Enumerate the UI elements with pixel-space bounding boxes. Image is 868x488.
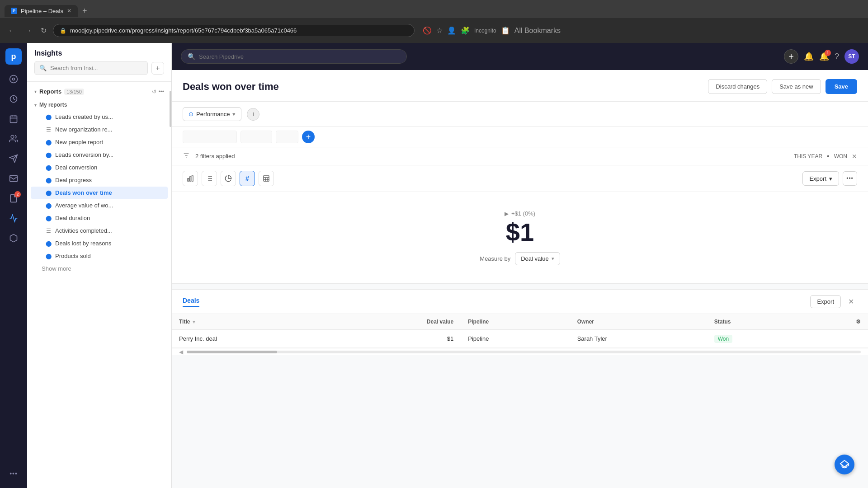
- my-reports-header[interactable]: ▾ My reports: [27, 99, 171, 110]
- svg-point-0: [10, 75, 18, 83]
- scrollbar-track[interactable]: [187, 351, 861, 353]
- add-filter-button[interactable]: +: [302, 131, 315, 143]
- table-scrollbar[interactable]: ◀: [172, 348, 868, 355]
- tab-close-button[interactable]: ✕: [67, 8, 71, 14]
- measure-by-dropdown[interactable]: Deal value ▾: [515, 252, 560, 265]
- show-more-button[interactable]: Show more: [27, 263, 171, 275]
- nav-icon-activities[interactable]: [5, 110, 23, 128]
- sidebar-item-new-org[interactable]: ☰ New organization re...: [31, 123, 168, 136]
- bookmark-star-icon[interactable]: ☆: [436, 26, 443, 35]
- header-search-box[interactable]: 🔍: [181, 49, 407, 64]
- sidebar-search-box[interactable]: 🔍: [34, 61, 148, 75]
- sidebar-item-leads-created[interactable]: ⬤ Leads created by us...: [31, 111, 168, 123]
- sidebar-item-new-org-label: New organization re...: [55, 126, 112, 133]
- nav-icon-more[interactable]: •••: [5, 465, 23, 483]
- sidebar-item-deal-duration[interactable]: ⬤ Deal duration: [31, 212, 168, 224]
- performance-label: Performance: [196, 111, 230, 117]
- sidebar-add-button[interactable]: +: [151, 62, 164, 75]
- nav-icon-campaigns[interactable]: [5, 150, 23, 168]
- address-bar[interactable]: 🔒 moodjoy.pipedrive.com/progress/insight…: [53, 24, 415, 37]
- export-chevron-icon: ▾: [829, 175, 832, 182]
- profile-icon[interactable]: 👤: [447, 26, 456, 35]
- filters-applied-text: 2 filters applied: [195, 153, 235, 160]
- cell-title: Perry Inc. deal: [172, 330, 333, 348]
- sidebar-item-deal-conversion[interactable]: ⬤ Deal conversion: [31, 161, 168, 174]
- pie-chart-button[interactable]: [221, 171, 236, 186]
- sidebar-item-leads-created-label: Leads created by us...: [55, 113, 113, 120]
- discard-changes-button[interactable]: Discard changes: [708, 79, 767, 94]
- save-button[interactable]: Save: [826, 79, 857, 94]
- chart-more-button[interactable]: •••: [843, 171, 857, 186]
- browser-nav: ← → ↻ 🔒 moodjoy.pipedrive.com/progress/i…: [0, 18, 868, 43]
- nav-icon-mail[interactable]: [5, 169, 23, 188]
- sidebar-section-header[interactable]: ▾ Reports 13/150 ↺ •••: [27, 85, 171, 98]
- header-search-input[interactable]: [199, 53, 400, 60]
- sidebar-item-new-people[interactable]: ⬤ New people report: [31, 136, 168, 148]
- bookmarks-icon[interactable]: 📋: [501, 26, 510, 35]
- info-button[interactable]: i: [247, 108, 259, 121]
- sidebar-search-row: 🔍 +: [34, 61, 164, 75]
- filters-close-button[interactable]: ✕: [852, 153, 857, 160]
- deals-table-tab[interactable]: Deals: [183, 297, 199, 307]
- table-view-button[interactable]: [259, 171, 274, 186]
- reload-button[interactable]: ↻: [38, 24, 49, 37]
- header-notifications-icon[interactable]: 🔔 1: [819, 52, 829, 61]
- section-refresh-icon[interactable]: ↺: [152, 89, 156, 95]
- col-title-sort-icon[interactable]: ▾: [193, 319, 195, 325]
- back-button[interactable]: ←: [5, 25, 18, 37]
- performance-icon: ⊙: [189, 111, 193, 117]
- header-avatar[interactable]: ST: [844, 49, 859, 64]
- col-status: Status: [707, 314, 808, 330]
- floating-help-button[interactable]: [835, 455, 854, 474]
- col-deal-value-label: Deal value: [427, 319, 453, 325]
- header-add-button[interactable]: +: [784, 49, 798, 64]
- sidebar-scrollbar-thumb: [170, 91, 171, 127]
- nav-icon-products[interactable]: [5, 229, 23, 247]
- col-settings[interactable]: ⚙: [808, 314, 868, 330]
- table-body: Perry Inc. deal $1 Pipeline Sarah Tyler …: [172, 330, 868, 348]
- nav-icon-home[interactable]: [5, 70, 23, 88]
- table-close-button[interactable]: ✕: [844, 296, 857, 308]
- svg-rect-11: [192, 176, 193, 181]
- table-export-button[interactable]: Export: [810, 295, 841, 308]
- nav-icon-deals[interactable]: [5, 90, 23, 108]
- browser-tab-active[interactable]: P Pipeline – Deals ✕: [5, 5, 78, 17]
- sidebar-item-products-sold-label: Products sold: [55, 253, 91, 259]
- new-org-icon: ☰: [45, 127, 52, 133]
- app-logo-icon[interactable]: p: [5, 48, 22, 65]
- nav-icon-leads[interactable]: 2: [5, 189, 23, 207]
- export-label: Export: [809, 175, 826, 182]
- scrollbar-thumb: [187, 351, 277, 353]
- chart-trend: ▶ +$1 (0%): [505, 210, 535, 217]
- list-view-button[interactable]: [202, 171, 217, 186]
- sidebar-item-deals-won[interactable]: ⬤ Deals won over time: [31, 187, 168, 199]
- table-header: Title ▾ Deal value Pipeline: [172, 314, 868, 330]
- sidebar-item-deal-progress[interactable]: ⬤ Deal progress: [31, 174, 168, 186]
- extensions-icon[interactable]: 🧩: [461, 26, 470, 35]
- header-help-icon[interactable]: 🔔: [804, 52, 814, 61]
- new-tab-button[interactable]: +: [78, 5, 92, 18]
- svg-point-4: [11, 136, 14, 139]
- nav-icon-insights[interactable]: [5, 209, 23, 227]
- avg-value-icon: ⬤: [45, 202, 52, 209]
- forward-button[interactable]: →: [22, 25, 34, 37]
- sidebar-item-leads-conversion[interactable]: ⬤ Leads conversion by...: [31, 149, 168, 161]
- nav-icon-contacts[interactable]: [5, 130, 23, 148]
- sidebar-scrollbar[interactable]: [170, 82, 171, 488]
- leads-badge: 2: [14, 191, 21, 197]
- sidebar-item-avg-value[interactable]: ⬤ Average value of wo...: [31, 199, 168, 211]
- performance-dropdown[interactable]: ⊙ Performance ▾: [183, 107, 241, 121]
- sidebar-item-deals-lost[interactable]: ⬤ Deals lost by reasons: [31, 237, 168, 249]
- address-text: moodjoy.pipedrive.com/progress/insights/…: [70, 27, 297, 34]
- header-question-icon[interactable]: ?: [835, 52, 839, 61]
- number-view-button[interactable]: #: [240, 171, 255, 186]
- sidebar-search-input[interactable]: [50, 65, 143, 71]
- sidebar-item-products-sold[interactable]: ⬤ Products sold: [31, 250, 168, 262]
- bar-chart-button[interactable]: [183, 171, 198, 186]
- scroll-left-icon[interactable]: ◀: [179, 349, 183, 355]
- save-as-new-button[interactable]: Save as new: [772, 79, 821, 94]
- section-more-icon[interactable]: •••: [158, 89, 164, 95]
- export-button[interactable]: Export ▾: [802, 171, 839, 186]
- browser-tabs: P Pipeline – Deals ✕ +: [0, 0, 868, 18]
- sidebar-item-activities[interactable]: ☰ Activities completed...: [31, 225, 168, 237]
